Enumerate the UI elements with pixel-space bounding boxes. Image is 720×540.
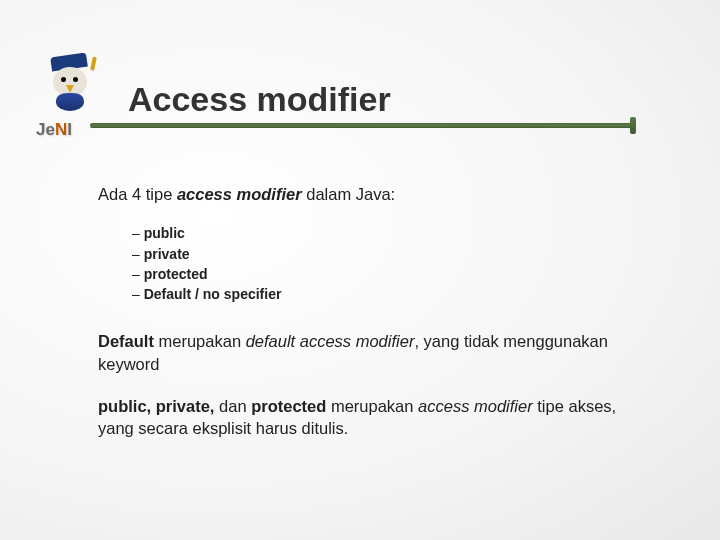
p2-t1: dan (219, 397, 251, 415)
list-item: public (132, 223, 640, 243)
intro-post: dalam Java: (302, 185, 396, 203)
slide: JeNI Access modifier Ada 4 tipe access m… (0, 0, 720, 540)
intro-text: Ada 4 tipe access modifier dalam Java: (98, 183, 640, 205)
paragraph-explicit: public, private, dan protected merupakan… (98, 395, 640, 440)
paragraph-default: Default merupakan default access modifie… (98, 330, 640, 375)
p2-bold2: protected (251, 397, 326, 415)
p2-italic: access modifier (418, 397, 533, 415)
list-item: private (132, 244, 640, 264)
slide-content: Ada 4 tipe access modifier dalam Java: p… (98, 183, 640, 440)
brand-prefix: Je (36, 120, 55, 139)
p2-bold1: public, private, (98, 397, 219, 415)
modifier-list: public private protected Default / no sp… (132, 223, 640, 304)
list-item: Default / no specifier (132, 284, 640, 304)
brand-accent: N (55, 120, 67, 139)
brand-text: JeNI (36, 120, 72, 140)
slide-title: Access modifier (128, 80, 660, 119)
p1-bold: Default (98, 332, 154, 350)
p1-t1: merupakan (154, 332, 246, 350)
intro-pre: Ada 4 tipe (98, 185, 177, 203)
mascot-icon (45, 55, 95, 115)
logo-area (35, 55, 115, 155)
intro-em: access modifier (177, 185, 302, 203)
brand-suffix: I (67, 120, 72, 139)
p2-t2: merupakan (326, 397, 418, 415)
p1-italic: default access modifier (246, 332, 415, 350)
title-underline (86, 123, 660, 131)
list-item: protected (132, 264, 640, 284)
